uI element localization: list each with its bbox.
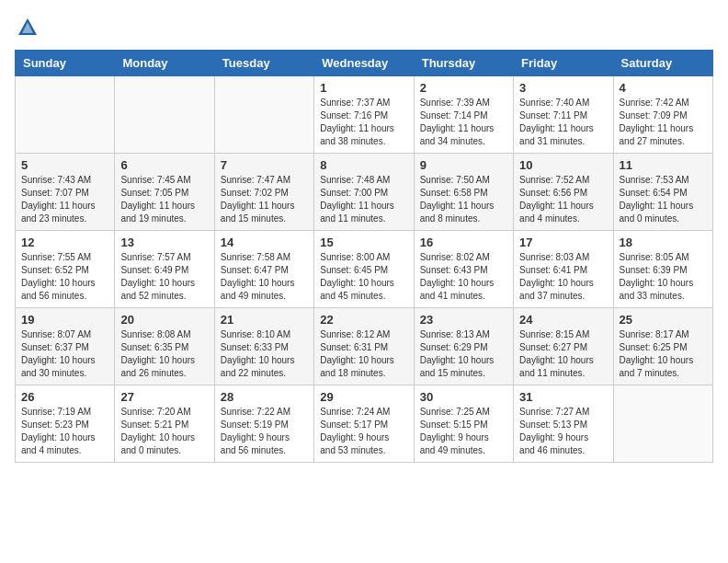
day-of-week-header: Saturday	[613, 51, 712, 76]
calendar-cell: 2Sunrise: 7:39 AM Sunset: 7:14 PM Daylig…	[414, 76, 513, 154]
day-number: 28	[221, 390, 308, 404]
day-number: 11	[620, 158, 707, 172]
day-number: 14	[221, 236, 308, 249]
calendar-cell	[214, 76, 313, 154]
calendar-cell: 23Sunrise: 8:13 AM Sunset: 6:29 PM Dayli…	[414, 308, 513, 385]
day-info: Sunrise: 7:20 AM Sunset: 5:21 PM Dayligh…	[120, 406, 208, 457]
calendar-cell: 13Sunrise: 7:57 AM Sunset: 6:49 PM Dayli…	[115, 231, 214, 308]
calendar-cell: 29Sunrise: 7:24 AM Sunset: 5:17 PM Dayli…	[314, 385, 414, 463]
calendar-cell: 9Sunrise: 7:50 AM Sunset: 6:58 PM Daylig…	[414, 154, 513, 231]
day-info: Sunrise: 7:48 AM Sunset: 7:00 PM Dayligh…	[320, 174, 407, 225]
day-info: Sunrise: 8:15 AM Sunset: 6:27 PM Dayligh…	[519, 328, 607, 380]
calendar-cell: 3Sunrise: 7:40 AM Sunset: 7:11 PM Daylig…	[514, 76, 613, 154]
calendar-cell: 28Sunrise: 7:22 AM Sunset: 5:19 PM Dayli…	[214, 385, 313, 463]
day-number: 21	[221, 313, 308, 327]
page-header	[15, 15, 713, 40]
day-number: 16	[420, 236, 507, 249]
day-number: 31	[519, 390, 607, 404]
calendar-cell: 4Sunrise: 7:42 AM Sunset: 7:09 PM Daylig…	[613, 76, 712, 154]
day-info: Sunrise: 7:25 AM Sunset: 5:15 PM Dayligh…	[420, 406, 507, 457]
calendar-cell	[613, 385, 712, 463]
calendar-cell: 18Sunrise: 8:05 AM Sunset: 6:39 PM Dayli…	[613, 231, 712, 308]
day-info: Sunrise: 7:24 AM Sunset: 5:17 PM Dayligh…	[320, 406, 407, 457]
calendar-cell: 5Sunrise: 7:43 AM Sunset: 7:07 PM Daylig…	[16, 154, 115, 231]
day-info: Sunrise: 7:47 AM Sunset: 7:02 PM Dayligh…	[221, 174, 308, 225]
day-info: Sunrise: 8:07 AM Sunset: 6:37 PM Dayligh…	[21, 328, 108, 380]
calendar-cell: 26Sunrise: 7:19 AM Sunset: 5:23 PM Dayli…	[16, 385, 115, 463]
calendar-week-row: 1Sunrise: 7:37 AM Sunset: 7:16 PM Daylig…	[16, 76, 713, 154]
day-info: Sunrise: 8:00 AM Sunset: 6:45 PM Dayligh…	[320, 251, 407, 303]
day-number: 8	[320, 158, 407, 172]
day-info: Sunrise: 7:55 AM Sunset: 6:52 PM Dayligh…	[21, 251, 108, 303]
day-number: 19	[21, 313, 108, 327]
day-info: Sunrise: 7:45 AM Sunset: 7:05 PM Dayligh…	[120, 174, 208, 225]
day-number: 5	[21, 158, 108, 172]
day-number: 1	[320, 81, 407, 95]
day-info: Sunrise: 7:39 AM Sunset: 7:14 PM Dayligh…	[420, 97, 507, 148]
day-number: 29	[320, 390, 407, 404]
day-info: Sunrise: 8:12 AM Sunset: 6:31 PM Dayligh…	[320, 328, 407, 380]
day-number: 10	[519, 158, 607, 172]
day-info: Sunrise: 7:43 AM Sunset: 7:07 PM Dayligh…	[21, 174, 108, 225]
day-number: 30	[420, 390, 507, 404]
day-of-week-header: Tuesday	[214, 51, 313, 76]
day-number: 20	[120, 313, 208, 327]
calendar-cell: 15Sunrise: 8:00 AM Sunset: 6:45 PM Dayli…	[314, 231, 414, 308]
day-info: Sunrise: 7:52 AM Sunset: 6:56 PM Dayligh…	[519, 174, 607, 225]
day-number: 17	[519, 236, 607, 249]
day-info: Sunrise: 7:27 AM Sunset: 5:13 PM Dayligh…	[519, 406, 607, 457]
day-of-week-header: Wednesday	[314, 51, 414, 76]
day-number: 26	[21, 390, 108, 404]
calendar-week-row: 12Sunrise: 7:55 AM Sunset: 6:52 PM Dayli…	[16, 231, 713, 308]
day-number: 25	[620, 313, 707, 327]
calendar-cell: 21Sunrise: 8:10 AM Sunset: 6:33 PM Dayli…	[214, 308, 313, 385]
day-of-week-header: Thursday	[414, 51, 513, 76]
calendar-cell: 16Sunrise: 8:02 AM Sunset: 6:43 PM Dayli…	[414, 231, 513, 308]
day-info: Sunrise: 8:03 AM Sunset: 6:41 PM Dayligh…	[519, 251, 607, 303]
calendar-cell: 17Sunrise: 8:03 AM Sunset: 6:41 PM Dayli…	[514, 231, 613, 308]
calendar-cell: 19Sunrise: 8:07 AM Sunset: 6:37 PM Dayli…	[16, 308, 115, 385]
day-number: 18	[620, 236, 707, 249]
day-number: 4	[620, 81, 707, 95]
day-info: Sunrise: 8:10 AM Sunset: 6:33 PM Dayligh…	[221, 328, 308, 380]
calendar-cell: 30Sunrise: 7:25 AM Sunset: 5:15 PM Dayli…	[414, 385, 513, 463]
day-number: 6	[120, 158, 208, 172]
calendar-cell: 10Sunrise: 7:52 AM Sunset: 6:56 PM Dayli…	[514, 154, 613, 231]
logo-icon	[15, 15, 40, 40]
calendar-week-row: 26Sunrise: 7:19 AM Sunset: 5:23 PM Dayli…	[16, 385, 713, 463]
day-info: Sunrise: 8:02 AM Sunset: 6:43 PM Dayligh…	[420, 251, 507, 303]
day-info: Sunrise: 7:42 AM Sunset: 7:09 PM Dayligh…	[620, 97, 707, 148]
day-of-week-header: Friday	[514, 51, 613, 76]
day-info: Sunrise: 8:05 AM Sunset: 6:39 PM Dayligh…	[620, 251, 707, 303]
day-of-week-header: Sunday	[16, 51, 115, 76]
day-number: 15	[320, 236, 407, 249]
day-of-week-header: Monday	[115, 51, 214, 76]
day-number: 23	[420, 313, 507, 327]
calendar-week-row: 19Sunrise: 8:07 AM Sunset: 6:37 PM Dayli…	[16, 308, 713, 385]
day-number: 27	[120, 390, 208, 404]
day-info: Sunrise: 7:37 AM Sunset: 7:16 PM Dayligh…	[320, 97, 407, 148]
day-info: Sunrise: 7:58 AM Sunset: 6:47 PM Dayligh…	[221, 251, 308, 303]
day-number: 7	[221, 158, 308, 172]
calendar-cell: 12Sunrise: 7:55 AM Sunset: 6:52 PM Dayli…	[16, 231, 115, 308]
day-info: Sunrise: 8:13 AM Sunset: 6:29 PM Dayligh…	[420, 328, 507, 380]
calendar-cell: 25Sunrise: 8:17 AM Sunset: 6:25 PM Dayli…	[613, 308, 712, 385]
day-number: 2	[420, 81, 507, 95]
calendar-table: SundayMondayTuesdayWednesdayThursdayFrid…	[15, 50, 713, 463]
calendar-cell	[115, 76, 214, 154]
calendar-cell: 11Sunrise: 7:53 AM Sunset: 6:54 PM Dayli…	[613, 154, 712, 231]
day-info: Sunrise: 8:17 AM Sunset: 6:25 PM Dayligh…	[620, 328, 707, 380]
calendar-cell: 24Sunrise: 8:15 AM Sunset: 6:27 PM Dayli…	[514, 308, 613, 385]
day-info: Sunrise: 7:22 AM Sunset: 5:19 PM Dayligh…	[221, 406, 308, 457]
calendar-header-row: SundayMondayTuesdayWednesdayThursdayFrid…	[16, 51, 713, 76]
day-info: Sunrise: 7:40 AM Sunset: 7:11 PM Dayligh…	[519, 97, 607, 148]
day-number: 24	[519, 313, 607, 327]
calendar-cell: 22Sunrise: 8:12 AM Sunset: 6:31 PM Dayli…	[314, 308, 414, 385]
day-info: Sunrise: 7:19 AM Sunset: 5:23 PM Dayligh…	[21, 406, 108, 457]
calendar-cell: 1Sunrise: 7:37 AM Sunset: 7:16 PM Daylig…	[314, 76, 414, 154]
day-number: 12	[21, 236, 108, 249]
calendar-week-row: 5Sunrise: 7:43 AM Sunset: 7:07 PM Daylig…	[16, 154, 713, 231]
calendar-cell: 31Sunrise: 7:27 AM Sunset: 5:13 PM Dayli…	[514, 385, 613, 463]
calendar-cell: 14Sunrise: 7:58 AM Sunset: 6:47 PM Dayli…	[214, 231, 313, 308]
day-info: Sunrise: 8:08 AM Sunset: 6:35 PM Dayligh…	[120, 328, 208, 380]
